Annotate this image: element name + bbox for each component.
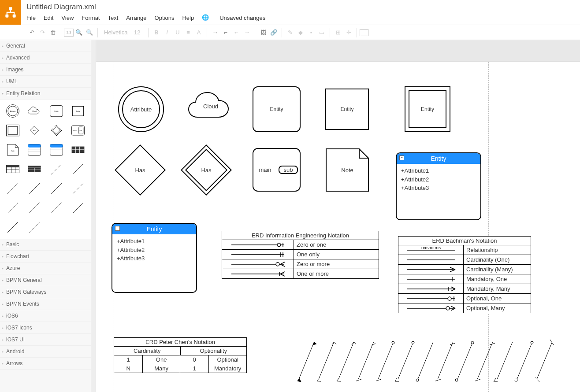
sidebar-section-bpmn-gateways[interactable]: BPMN Gateways <box>0 286 91 298</box>
sidebar-section-ios7-icons[interactable]: iOS7 Icons <box>0 322 91 334</box>
table-cell: 0 <box>180 355 209 364</box>
zoom-out-button[interactable]: 🔍 <box>84 28 95 37</box>
palette-line-12[interactable] <box>25 218 45 236</box>
waypoint-button[interactable]: ⌐ <box>220 28 231 37</box>
shape-note[interactable]: Note <box>325 148 369 192</box>
palette-table-split[interactable] <box>25 160 45 178</box>
shape-attribute[interactable]: Attribute <box>118 86 164 132</box>
palette-entity-rect[interactable]: Entity <box>68 102 89 120</box>
sidebar-splitter[interactable] <box>91 40 96 392</box>
palette-cloud[interactable]: Cloud <box>25 102 45 120</box>
menu-help[interactable]: Help <box>182 14 198 22</box>
shadow-button[interactable]: ▪ <box>306 28 316 37</box>
palette-line-5[interactable] <box>46 180 67 197</box>
line-end-button[interactable]: → <box>242 28 252 37</box>
connection-button[interactable]: → <box>210 28 220 37</box>
outline-button[interactable] <box>360 29 368 36</box>
connector-samples[interactable] <box>281 335 563 392</box>
menu-view[interactable]: View <box>61 14 78 22</box>
actual-size-button[interactable]: 1:1 <box>64 29 74 37</box>
palette-line-10[interactable] <box>68 199 89 217</box>
align-button[interactable]: ≡ <box>183 28 193 37</box>
shape-main-sub[interactable]: main sub <box>253 148 301 192</box>
erd-bachman-notation-table[interactable]: ERD Bachman's Notation has/formsRelation… <box>398 236 531 313</box>
shape-entity-double[interactable]: Entity <box>405 86 450 132</box>
font-family-select[interactable]: Helvetica <box>100 29 134 36</box>
line-start-button[interactable]: ← <box>231 28 242 37</box>
sidebar-section-azure[interactable]: Azure <box>0 263 91 274</box>
redo-button[interactable]: ↷ <box>37 28 48 37</box>
font-size-input[interactable]: 12 <box>134 29 145 36</box>
shape-has-double-diamond[interactable]: Has <box>182 146 231 194</box>
language-icon[interactable]: 🌐 <box>202 14 213 22</box>
palette-line-8[interactable] <box>25 199 45 217</box>
erd-ie-notation-table[interactable]: ERD Information Engineering Notation Zer… <box>222 231 379 279</box>
menu-format[interactable]: Format <box>82 14 104 22</box>
palette-line-2[interactable] <box>68 160 89 178</box>
palette-line-4[interactable] <box>25 180 45 197</box>
sidebar-section-general[interactable]: General <box>0 40 91 52</box>
grid-button[interactable]: ⊞ <box>333 28 343 37</box>
sidebar-section-images[interactable]: Images <box>0 64 91 76</box>
canvas-viewport[interactable]: Attribute Cloud Entity Entity Entity Has… <box>96 40 580 392</box>
menu-edit[interactable]: Edit <box>44 14 58 22</box>
sidebar-section-uml[interactable]: UML <box>0 76 91 88</box>
menu-file[interactable]: File <box>26 14 40 22</box>
sidebar-section-android[interactable]: Android <box>0 346 91 358</box>
underline-button[interactable]: U <box>172 28 183 37</box>
shape-cloud[interactable]: Cloud <box>184 89 237 124</box>
sidebar-section-basic[interactable]: Basic <box>0 239 91 251</box>
menu-arrange[interactable]: Arrange <box>126 14 151 22</box>
image-button[interactable]: 🖼 <box>258 28 268 37</box>
palette-note[interactable]: Note <box>3 141 23 159</box>
sidebar-section-ios6[interactable]: iOS6 <box>0 310 91 322</box>
shape-has-diamond[interactable]: Has <box>116 146 164 194</box>
erd-chen-notation-table[interactable]: ERD Peter Chen's Notation CardinalityOpt… <box>114 337 247 373</box>
palette-line-7[interactable] <box>3 199 23 217</box>
palette-table-dark[interactable] <box>68 141 89 159</box>
sidebar-section-advanced[interactable]: Advanced <box>0 52 91 64</box>
palette-entity-table-2[interactable] <box>46 141 67 159</box>
italic-button[interactable]: I <box>162 28 172 37</box>
menu-text[interactable]: Text <box>108 14 123 22</box>
palette-line-6[interactable] <box>68 180 89 197</box>
palette-has-double-diamond[interactable] <box>46 122 67 139</box>
guides-button[interactable]: ✛ <box>343 28 354 37</box>
shape-entity-table-2[interactable]: −Entity +Attribute1 +Attribute2 +Attribu… <box>112 223 197 293</box>
palette-line-11[interactable] <box>3 218 23 236</box>
bold-button[interactable]: B <box>151 28 162 37</box>
palette-main-sub[interactable]: mainsub <box>68 122 89 139</box>
sidebar-section-bpmn-events[interactable]: BPMN Events <box>0 298 91 310</box>
sidebar-section-entity-relation[interactable]: Entity Relation <box>0 88 91 100</box>
stroke-color-button[interactable]: ✎ <box>285 28 295 37</box>
link-button[interactable]: 🔗 <box>268 28 279 37</box>
shape-entity-rounded[interactable]: Entity <box>253 86 301 132</box>
canvas[interactable]: Attribute Cloud Entity Entity Entity Has… <box>96 62 580 392</box>
shape-entity-table-1[interactable]: −Entity +Attribute1 +Attribute2 +Attribu… <box>396 152 481 220</box>
palette-line-9[interactable] <box>46 199 67 217</box>
undo-button[interactable]: ↶ <box>26 28 37 37</box>
shape-label: Entity <box>421 106 434 112</box>
sidebar-section-ios7-ui[interactable]: iOS7 UI <box>0 334 91 346</box>
palette-entity-double[interactable] <box>3 122 23 139</box>
palette-has-diamond[interactable]: Has <box>25 122 45 139</box>
shape-entity-rect[interactable]: Entity <box>325 89 369 130</box>
palette-line-3[interactable] <box>3 180 23 197</box>
zoom-in-button[interactable]: 🔍 <box>74 28 84 37</box>
sidebar-section-flowchart[interactable]: Flowchart <box>0 251 91 263</box>
document-title[interactable]: Untitled Diagram.xml <box>26 3 273 11</box>
palette-entity-table-1[interactable] <box>25 141 45 159</box>
sidebar-section-bpmn-general[interactable]: BPMN General <box>0 274 91 286</box>
sidebar-section-arrows[interactable]: Arrows <box>0 358 91 370</box>
shape-label: Entity <box>270 106 283 112</box>
palette-attribute[interactable]: Attribute <box>3 102 23 120</box>
palette-table-header-dark[interactable] <box>3 160 23 178</box>
font-color-button[interactable]: A <box>193 28 204 37</box>
menu-options[interactable]: Options <box>155 14 179 22</box>
palette-entity-rounded[interactable]: Entity <box>46 102 67 120</box>
container-button[interactable]: ▭ <box>316 28 327 37</box>
app-logo[interactable] <box>0 0 21 25</box>
palette-line-1[interactable] <box>46 160 67 178</box>
delete-button[interactable]: 🗑 <box>48 28 58 37</box>
fill-color-button[interactable]: ◆ <box>295 28 306 37</box>
